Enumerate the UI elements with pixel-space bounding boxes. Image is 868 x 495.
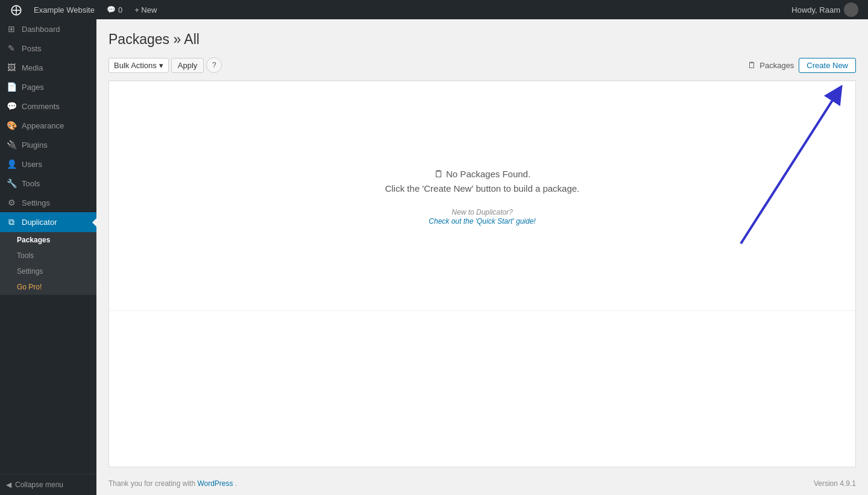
collapse-icon: ◀ <box>6 481 11 489</box>
footer: Thank you for creating with WordPress . … <box>108 472 856 495</box>
packages-icon: 🗒 <box>747 60 756 70</box>
toolbar-right: 🗒 Packages Create New <box>747 58 856 73</box>
bulk-actions-label: Bulk Actions <box>114 61 157 70</box>
comment-count: 0 <box>118 5 122 14</box>
dashboard-icon: ⊞ <box>6 24 17 34</box>
main-content: Packages » All Bulk Actions ▾ Apply ? 🗒 … <box>96 19 868 495</box>
submenu-go-pro[interactable]: Go Pro! <box>0 279 96 295</box>
sidebar-item-dashboard[interactable]: ⊞ Dashboard <box>0 19 96 39</box>
comment-icon: 💬 <box>107 5 116 14</box>
footer-text: Thank you for creating with WordPress . <box>108 479 237 488</box>
help-button[interactable]: ? <box>206 57 222 73</box>
sidebar-item-label: Settings <box>22 198 50 207</box>
appearance-icon: 🎨 <box>6 121 17 130</box>
apply-button[interactable]: Apply <box>171 58 204 73</box>
plugins-icon: 🔌 <box>6 140 17 150</box>
sidebar-item-label: Users <box>22 160 42 169</box>
sidebar-item-label: Dashboard <box>22 25 60 34</box>
adminbar-howdy: Howdy, Raam <box>791 5 840 14</box>
sidebar-item-tools[interactable]: 🔧 Tools <box>0 174 96 193</box>
duplicator-icon: ⧉ <box>6 217 17 227</box>
admin-bar: ⨁ Example Website 💬 0 + New Howdy, Raam <box>0 0 868 19</box>
bulk-actions-chevron-icon: ▾ <box>159 61 163 70</box>
sidebar-item-label: Plugins <box>22 140 48 150</box>
wordpress-link[interactable]: WordPress <box>197 479 233 488</box>
create-new-button[interactable]: Create New <box>799 58 856 73</box>
sidebar-menu: ⊞ Dashboard ✎ Posts 🖼 Media 📄 Pages 💬 Co… <box>0 19 96 474</box>
collapse-menu-button[interactable]: ◀ Collapse menu <box>0 474 96 495</box>
sidebar-item-appearance[interactable]: 🎨 Appearance <box>0 116 96 135</box>
sidebar-item-label: Pages <box>22 83 44 92</box>
active-indicator <box>92 218 97 227</box>
submenu-tools[interactable]: Tools <box>0 248 96 263</box>
sidebar-item-label: Comments <box>22 102 60 111</box>
sidebar-item-plugins[interactable]: 🔌 Plugins <box>0 135 96 154</box>
content-box-inner: 🗒 No Packages Found. Click the 'Create N… <box>109 81 855 311</box>
media-icon: 🖼 <box>6 63 17 72</box>
no-packages-message: 🗒 No Packages Found. Click the 'Create N… <box>385 166 580 197</box>
settings-icon: ⚙ <box>6 198 17 207</box>
no-packages-icon: 🗒 <box>434 169 444 179</box>
content-box: 🗒 No Packages Found. Click the 'Create N… <box>108 80 856 467</box>
sidebar-item-comments[interactable]: 💬 Comments <box>0 96 96 116</box>
quick-start-link[interactable]: Check out the 'Quick Start' guide! <box>429 217 535 225</box>
wp-logo-icon: ⨁ <box>11 3 22 16</box>
sidebar-item-duplicator[interactable]: ⧉ Duplicator <box>0 212 96 232</box>
bulk-actions-select[interactable]: Bulk Actions ▾ <box>108 58 169 73</box>
pages-icon: 📄 <box>6 82 17 92</box>
submenu-packages[interactable]: Packages <box>0 232 96 248</box>
sidebar-item-settings[interactable]: ⚙ Settings <box>0 193 96 212</box>
tools-icon: 🔧 <box>6 178 17 188</box>
sidebar-item-posts[interactable]: ✎ Posts <box>0 39 96 58</box>
new-to-duplicator: New to Duplicator? Check out the 'Quick … <box>429 208 535 225</box>
adminbar-new-label: + New <box>134 5 157 14</box>
sidebar-item-label: Tools <box>22 179 40 188</box>
version-label: Version 4.9.1 <box>814 479 856 488</box>
sidebar: ⊞ Dashboard ✎ Posts 🖼 Media 📄 Pages 💬 Co… <box>0 19 96 495</box>
adminbar-site-name[interactable]: Example Website <box>28 0 101 19</box>
sidebar-item-media[interactable]: 🖼 Media <box>0 58 96 77</box>
packages-count-label: 🗒 Packages <box>747 60 794 70</box>
sidebar-item-label: Appearance <box>22 121 64 130</box>
sidebar-item-label: Duplicator <box>22 218 57 227</box>
sidebar-item-label: Posts <box>22 44 42 53</box>
comments-icon: 💬 <box>6 101 17 111</box>
posts-icon: ✎ <box>6 43 17 53</box>
duplicator-submenu: Packages Tools Settings Go Pro! <box>0 232 96 295</box>
sidebar-item-pages[interactable]: 📄 Pages <box>0 77 96 96</box>
sidebar-item-label: Media <box>22 63 43 72</box>
users-icon: 👤 <box>6 159 17 169</box>
adminbar-logo[interactable]: ⨁ <box>5 0 28 19</box>
submenu-settings[interactable]: Settings <box>0 263 96 279</box>
toolbar: Bulk Actions ▾ Apply ? 🗒 Packages Create… <box>108 57 856 73</box>
collapse-label: Collapse menu <box>15 481 63 489</box>
page-title: Packages » All <box>108 31 856 48</box>
adminbar-new[interactable]: + New <box>128 0 163 19</box>
adminbar-avatar <box>844 2 858 17</box>
adminbar-comments[interactable]: 💬 0 <box>101 0 128 19</box>
site-name-label: Example Website <box>34 5 95 14</box>
new-to-dup-label: New to Duplicator? <box>429 208 535 216</box>
sidebar-item-users[interactable]: 👤 Users <box>0 154 96 174</box>
